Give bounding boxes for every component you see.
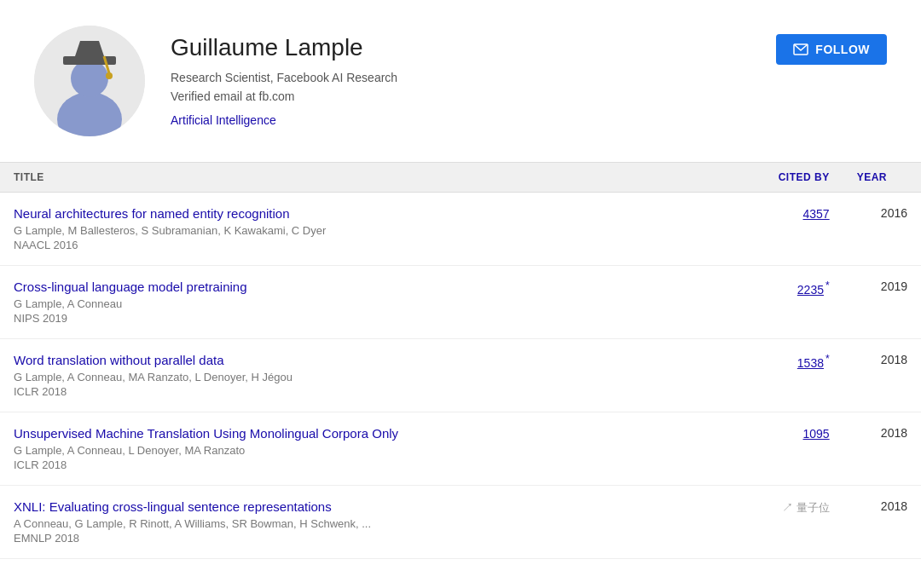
profile-section: Guillaume Lample Research Scientist, Fac…	[0, 0, 921, 162]
year-cell: 2018	[843, 339, 921, 412]
papers-body: Neural architectures for named entity re…	[0, 193, 921, 559]
cited-by-cell: 4357	[741, 193, 843, 266]
paper-venue: NIPS 2019	[14, 312, 727, 325]
table-row: Unsupervised Machine Translation Using M…	[0, 412, 921, 486]
paper-venue: ICLR 2018	[14, 458, 727, 471]
year-cell: 2018	[843, 486, 921, 559]
year-column-header: YEAR	[843, 163, 921, 193]
table-row: Neural architectures for named entity re…	[0, 193, 921, 266]
cited-by-value[interactable]: 4357	[803, 207, 830, 221]
year-cell: 2018	[843, 412, 921, 486]
paper-title-cell: XNLI: Evaluating cross-lingual sentence …	[0, 486, 741, 559]
paper-title-link[interactable]: Cross-lingual language model pretraining	[14, 280, 727, 294]
cited-by-cell: ↗ 量子位	[741, 486, 843, 559]
table-row: Word translation without parallel dataG …	[0, 339, 921, 412]
star-badge: *	[825, 353, 830, 365]
profile-role: Research Scientist, Facebook AI Research…	[171, 68, 750, 107]
table-row: Cross-lingual language model pretraining…	[0, 266, 921, 339]
paper-title-cell: Neural architectures for named entity re…	[0, 193, 741, 266]
year-cell: 2016	[843, 193, 921, 266]
profile-email: Verified email at fb.com	[171, 87, 750, 106]
paper-title-link[interactable]: Word translation without parallel data	[14, 353, 727, 367]
follow-button[interactable]: FOLLOW	[776, 34, 887, 65]
paper-title-cell: Word translation without parallel dataG …	[0, 339, 741, 412]
follow-label: FOLLOW	[815, 43, 870, 56]
paper-title-link[interactable]: XNLI: Evaluating cross-lingual sentence …	[14, 499, 727, 514]
paper-venue: NAACL 2016	[14, 239, 727, 251]
papers-table: TITLE CITED BY YEAR Neural architectures…	[0, 162, 921, 559]
svg-rect-3	[63, 56, 116, 65]
avatar-svg	[34, 26, 145, 136]
paper-venue: ICLR 2018	[14, 385, 727, 398]
paper-authors: A Conneau, G Lample, R Rinott, A William…	[14, 517, 727, 530]
cited-by-value: ↗ 量子位	[782, 501, 830, 514]
cited-by-cell: 2235*	[741, 266, 843, 339]
cited-by-value[interactable]: 1538	[797, 356, 824, 370]
paper-authors: G Lample, A Conneau, MA Ranzato, L Denoy…	[14, 371, 727, 383]
paper-title-link[interactable]: Neural architectures for named entity re…	[14, 206, 727, 221]
profile-title: Research Scientist, Facebook AI Research	[171, 68, 750, 87]
avatar	[34, 26, 145, 136]
paper-title-cell: Unsupervised Machine Translation Using M…	[0, 412, 741, 486]
title-column-header: TITLE	[0, 163, 741, 193]
star-badge: *	[825, 280, 830, 291]
paper-venue: EMNLP 2018	[14, 532, 727, 545]
cited-by-cell: 1538*	[741, 339, 843, 412]
profile-tag[interactable]: Artificial Intelligence	[171, 113, 750, 127]
cited-by-cell: 1095	[741, 412, 843, 486]
paper-title-cell: Cross-lingual language model pretraining…	[0, 266, 741, 339]
cited-by-value[interactable]: 1095	[803, 427, 830, 441]
paper-authors: G Lample, M Ballesteros, S Subramanian, …	[14, 224, 727, 237]
cited-by-column-header: CITED BY	[741, 163, 843, 193]
profile-info: Guillaume Lample Research Scientist, Fac…	[171, 26, 750, 127]
paper-title-link[interactable]: Unsupervised Machine Translation Using M…	[14, 426, 727, 441]
cited-by-value[interactable]: 2235	[797, 283, 824, 297]
mail-icon	[793, 43, 808, 55]
table-row: XNLI: Evaluating cross-lingual sentence …	[0, 486, 921, 559]
paper-authors: G Lample, A Conneau	[14, 297, 727, 310]
svg-point-2	[71, 60, 108, 97]
profile-name: Guillaume Lample	[171, 34, 750, 61]
table-header: TITLE CITED BY YEAR	[0, 163, 921, 193]
svg-point-6	[106, 72, 113, 79]
year-cell: 2019	[843, 266, 921, 339]
paper-authors: G Lample, A Conneau, L Denoyer, MA Ranza…	[14, 444, 727, 457]
